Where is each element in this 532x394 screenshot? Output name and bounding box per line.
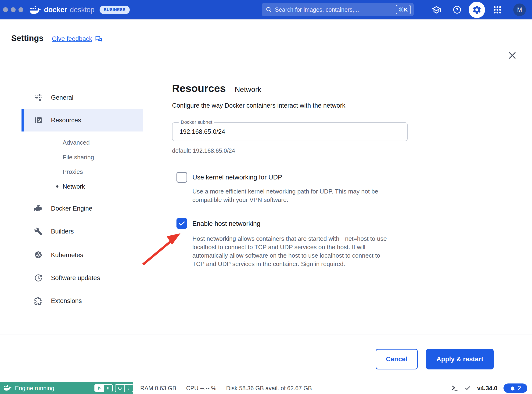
sliders-icon — [34, 93, 43, 102]
window-zoom-button[interactable] — [19, 7, 23, 12]
section-title: Resources — [172, 82, 226, 94]
business-badge: BUSINESS — [100, 6, 130, 14]
engine-power-group — [115, 384, 133, 392]
settings-header: Settings Give feedback — [0, 20, 532, 57]
docker-whale-icon — [30, 6, 41, 14]
ram-usage: RAM 0.63 GB — [140, 385, 176, 392]
section-subtab: Network — [235, 85, 261, 94]
kebab-menu-icon — [127, 386, 131, 390]
host-networking-label: Enable host networking — [192, 220, 260, 228]
learning-center-button[interactable] — [431, 0, 442, 19]
docker-subnet-default-hint: default: 192.168.65.0/24 — [172, 147, 235, 154]
kernel-udp-description: Use a more efficient kernel networking p… — [192, 187, 378, 204]
gear-icon — [469, 2, 485, 18]
engine-play-button[interactable] — [95, 385, 104, 392]
docker-subnet-input[interactable] — [172, 123, 407, 141]
cpu-usage: CPU --.-- % — [186, 385, 216, 392]
feedback-bubbles-icon — [95, 35, 103, 43]
selected-accent-bar — [21, 109, 24, 131]
puzzle-icon — [34, 297, 43, 305]
play-icon — [97, 386, 102, 390]
system-stats: RAM 0.63 GB CPU --.-- % Disk 58.36 GB av… — [140, 382, 312, 394]
window-minimize-button[interactable] — [11, 7, 16, 12]
notifications-button[interactable]: 2 — [503, 384, 527, 393]
kernel-udp-label: Use kernel networking for UDP — [192, 174, 282, 181]
close-settings-button[interactable] — [508, 51, 517, 60]
pause-icon — [106, 386, 110, 390]
engine-pause-button[interactable] — [104, 385, 112, 392]
graduation-cap-icon — [431, 5, 441, 15]
engine-status-label: Engine running — [15, 385, 54, 392]
status-bar: Engine running — [0, 382, 532, 394]
notifications-count: 2 — [518, 385, 521, 392]
help-button[interactable]: ? — [451, 0, 463, 19]
sidebar-subitem-advanced[interactable]: Advanced — [63, 139, 90, 146]
docker-subnet-field: Docker subnet — [172, 122, 408, 141]
sidebar-item-extensions[interactable]: Extensions — [21, 290, 143, 312]
clock-update-icon — [34, 274, 43, 282]
power-icon — [117, 386, 122, 390]
docker-subnet-label: Docker subnet — [179, 119, 214, 125]
sidebar-item-docker-engine[interactable]: Docker Engine — [21, 197, 143, 220]
engine-status-segment: Engine running — [0, 382, 133, 394]
section-description: Configure the way Docker containers inte… — [172, 102, 345, 109]
terminal-icon[interactable] — [451, 385, 458, 392]
engine-more-button[interactable] — [124, 385, 133, 392]
sidebar-item-general[interactable]: General — [21, 86, 143, 109]
sidebar-subitem-network[interactable]: Network — [63, 182, 85, 191]
docker-whale-icon-small — [4, 385, 12, 391]
search-icon — [266, 6, 272, 13]
bell-icon — [510, 385, 515, 391]
grid-icon — [493, 5, 502, 15]
question-mark-icon: ? — [453, 6, 461, 14]
brand-docker: docker — [44, 6, 67, 14]
brand-desktop: desktop — [70, 6, 94, 14]
sidebar-subitem-proxies[interactable]: Proxies — [63, 168, 83, 176]
avatar: M — [513, 4, 526, 16]
wrench-icon — [34, 227, 43, 236]
sidebar-subitem-file-sharing[interactable]: File sharing — [63, 153, 94, 161]
active-bullet-icon — [56, 185, 58, 188]
kubernetes-icon — [34, 251, 43, 259]
docker-desktop-window: docker desktop BUSINESS ⌘K ? — [0, 0, 532, 394]
checkmark-icon — [178, 219, 186, 228]
give-feedback-link[interactable]: Give feedback — [52, 35, 103, 43]
apply-restart-button[interactable]: Apply & restart — [426, 349, 494, 369]
apps-grid-button[interactable] — [491, 0, 504, 19]
app-logo: docker desktop BUSINESS — [30, 0, 130, 19]
sidebar-item-builders[interactable]: Builders — [21, 220, 143, 243]
cancel-button[interactable]: Cancel — [376, 349, 418, 369]
engine-playpause-group — [94, 384, 113, 392]
host-networking-checkbox[interactable] — [177, 218, 187, 229]
section-heading: Resources Network — [172, 82, 261, 94]
sidebar-item-kubernetes[interactable]: Kubernetes — [21, 244, 143, 266]
version-label: v4.34.0 — [477, 385, 497, 392]
close-icon — [510, 53, 515, 58]
sidebar-item-resources[interactable]: Resources — [21, 109, 143, 131]
window-close-button[interactable] — [3, 7, 8, 12]
account-menu[interactable]: M — [513, 0, 526, 19]
engine-power-button[interactable] — [116, 385, 124, 392]
sidebar-item-software-updates[interactable]: Software updates — [21, 267, 143, 289]
engine-icon — [34, 204, 43, 213]
page-title: Settings — [11, 33, 43, 43]
settings-button-active[interactable] — [469, 0, 485, 19]
search-input[interactable] — [275, 6, 393, 13]
search-shortcut-badge: ⌘K — [396, 5, 411, 14]
footer-divider — [0, 335, 532, 335]
kernel-udp-checkbox[interactable] — [177, 172, 187, 183]
titlebar: docker desktop BUSINESS ⌘K ? — [0, 0, 532, 19]
global-search[interactable]: ⌘K — [262, 3, 414, 16]
disk-usage: Disk 58.36 GB avail. of 62.67 GB — [226, 385, 312, 392]
statusbar-right: v4.34.0 2 — [451, 382, 527, 394]
host-networking-description: Host networking allows containers that a… — [192, 234, 387, 268]
storage-icon — [34, 116, 43, 124]
update-check-icon — [464, 385, 471, 391]
